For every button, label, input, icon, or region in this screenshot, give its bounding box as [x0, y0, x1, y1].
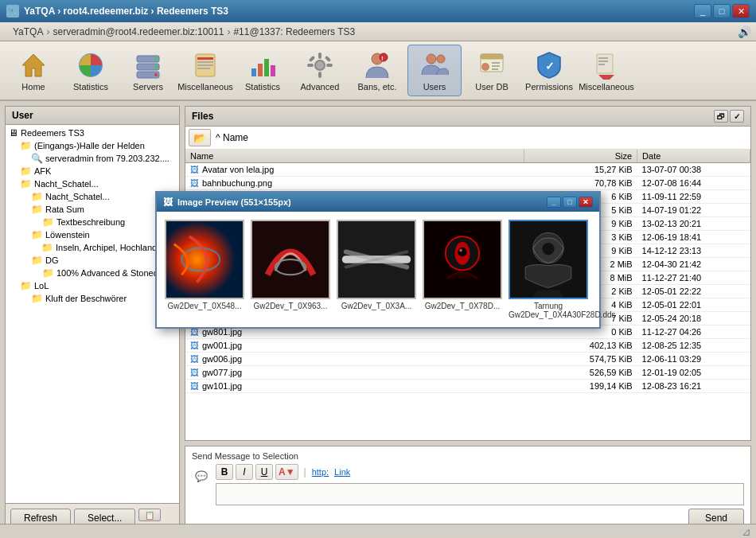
tree-item[interactable]: 🖥 Redeemers TS3	[7, 127, 177, 139]
modal-maximize-button[interactable]: □	[563, 197, 577, 208]
tree-item[interactable]: 📁 Rata Sum	[7, 203, 177, 216]
toolbar-bans[interactable]: ! Bans, etc.	[350, 45, 404, 96]
statistics1-icon	[76, 50, 106, 80]
svg-marker-40	[598, 75, 614, 80]
underline-button[interactable]: U	[255, 464, 273, 480]
color-button[interactable]: A▼	[275, 464, 298, 480]
file-row[interactable]: 🖼gw006.jpg 574,75 KiB 12-06-11 03:29	[185, 353, 750, 366]
minimize-button[interactable]: _	[694, 4, 711, 18]
files-toolbar: 📂 ^ Name	[185, 127, 750, 150]
preview-item-5[interactable]: TarnungGw2Dev_T_0X4A30F28D.dds	[509, 220, 588, 319]
svg-rect-9	[197, 57, 213, 60]
toolbar-advanced[interactable]: Advanced	[293, 45, 347, 96]
tree-item[interactable]: 📁 Nacht_Schatel...	[7, 190, 177, 203]
files-header: Files 🗗 ✓	[185, 107, 750, 127]
toolbar-servers[interactable]: Servers	[121, 45, 175, 96]
file-row[interactable]: 🖼gw101.jpg 199,14 KiB 12-08-23 16:21	[185, 380, 750, 393]
image-preview-modal: 🖼 Image Preview (551×155px) _ □ ✕	[155, 191, 601, 329]
toolbar-misc1[interactable]: Miscellaneous	[178, 45, 232, 96]
modal-icon: 🖼	[163, 197, 173, 208]
toolbar-statistics2[interactable]: Statistics	[236, 45, 290, 96]
toolbar-userdb[interactable]: User DB	[465, 45, 519, 96]
http-link-button[interactable]: http:	[312, 467, 329, 477]
svg-rect-38	[598, 60, 608, 62]
tree-item[interactable]: 📁 (Eingangs-)Halle der Helden	[7, 139, 177, 152]
italic-button[interactable]: I	[236, 464, 253, 480]
toolbar-servers-label: Servers	[133, 82, 163, 92]
tree-item[interactable]: 📁 100% Advanced & Stoned	[7, 267, 177, 279]
tree-item[interactable]: 📁 DG	[7, 254, 177, 267]
file-row[interactable]: 🖼Avatar von lela.jpg 15,27 KiB 13-07-07 …	[185, 163, 750, 177]
preview-label-4: Gw2Dev_T_0X78D...	[425, 302, 501, 310]
bans-icon: !	[362, 50, 392, 80]
file-date: 14-07-19 01:22	[637, 204, 750, 217]
files-ok-button[interactable]: ✓	[730, 110, 744, 123]
modal-minimize-button[interactable]: _	[547, 197, 561, 208]
preview-item-1[interactable]: Gw2Dev_T_0X548...	[165, 220, 244, 319]
svg-rect-30	[481, 54, 503, 59]
copy-button[interactable]: 📋	[138, 509, 161, 521]
folder-up-button[interactable]: 📂	[189, 129, 211, 146]
svg-rect-19	[318, 72, 321, 78]
channel-icon: 📁	[20, 280, 32, 291]
toolbar-misc1-label: Miscellaneous	[177, 82, 233, 92]
tree-item[interactable]: 🔍 serveradmin from 79.203.232....	[7, 152, 177, 165]
svg-rect-12	[197, 68, 210, 69]
svg-rect-34	[492, 68, 498, 70]
toolbar-statistics1-label: Statistics	[73, 82, 108, 92]
files-restore-button[interactable]: 🗗	[714, 110, 728, 123]
svg-rect-23	[325, 55, 331, 61]
channel-icon: 📁	[31, 293, 43, 304]
status-bar: ⊿	[0, 524, 756, 538]
close-button[interactable]: ✕	[732, 4, 750, 18]
tree-item[interactable]: 📁 Löwenstein	[7, 228, 177, 241]
tree-item[interactable]: 📁 AFK	[7, 165, 177, 177]
resize-grip[interactable]: ⊿	[742, 525, 751, 538]
tree-item[interactable]: 📁 Nacht_Schatel...	[7, 177, 177, 190]
preview-item-2[interactable]: Gw2Dev_T_0X963...	[251, 220, 330, 319]
tree-area[interactable]: 🖥 Redeemers TS3 📁 (Eingangs-)Halle der H…	[6, 125, 179, 503]
file-date: 13-02-13 20:21	[637, 217, 750, 231]
svg-text:!: !	[381, 55, 384, 62]
channel-icon: 📁	[20, 166, 32, 177]
toolbar-statistics1[interactable]: Statistics	[64, 45, 118, 96]
col-name[interactable]: Name	[185, 150, 524, 163]
tree-item[interactable]: 📁 Kluft der Beschwörer	[7, 292, 177, 305]
preview-item-4[interactable]: Gw2Dev_T_0X78D...	[423, 220, 502, 319]
toolbar-users[interactable]: Users	[407, 45, 462, 96]
file-row[interactable]: 🖼gw001.jpg 402,13 KiB 12-08-25 12:35	[185, 339, 750, 353]
modal-title-bar: 🖼 Image Preview (551×155px) _ □ ✕	[157, 193, 599, 212]
toolbar-permissions[interactable]: ✓ Permissions	[522, 45, 576, 96]
svg-rect-18	[318, 53, 321, 59]
file-row[interactable]: 🖼bahnbuchung.png 70,78 KiB 12-07-08 16:4…	[185, 177, 750, 190]
files-header-label: Files	[192, 111, 213, 122]
left-panel-header: User	[6, 107, 179, 125]
svg-point-50	[459, 249, 462, 252]
maximize-button[interactable]: □	[713, 4, 731, 18]
file-size: 199,14 KiB	[524, 380, 637, 393]
breadcrumb-channel[interactable]: #11@1337: Redeemers TS3	[233, 26, 355, 37]
toolbar-misc2[interactable]: Miscellaneous	[579, 45, 633, 96]
link-button[interactable]: Link	[334, 467, 350, 477]
file-date: 11-09-11 22:59	[637, 190, 750, 204]
breadcrumb-server[interactable]: serveradmin@root4.redeemer.biz:10011	[53, 26, 224, 37]
col-date[interactable]: Date	[637, 150, 750, 163]
file-row[interactable]: 🖼gw077.jpg 526,59 KiB 12-01-19 02:05	[185, 366, 750, 380]
svg-point-27	[427, 54, 436, 64]
toolbar-bans-label: Bans, etc.	[358, 82, 397, 92]
home-icon	[18, 50, 49, 80]
bold-button[interactable]: B	[216, 464, 233, 480]
channel-icon: 📁	[31, 204, 43, 215]
tree-item[interactable]: 📁 Textbeschreibung	[7, 216, 177, 228]
tree-item[interactable]: 📁 LoL	[7, 279, 177, 292]
tree-item[interactable]: 📁 Inseln, Archipel, Hochland, Dur	[7, 241, 177, 254]
breadcrumb-app[interactable]: YaTQA	[13, 26, 43, 37]
toolbar-home[interactable]: Home	[6, 45, 60, 96]
message-input[interactable]	[216, 483, 744, 505]
col-size[interactable]: Size	[524, 150, 637, 163]
file-date: 12-05-01 22:01	[637, 298, 750, 312]
channel-icon: 📁	[20, 178, 32, 189]
preview-thumb-4	[423, 220, 502, 299]
preview-item-3[interactable]: Gw2Dev_T_0X3A...	[337, 220, 416, 319]
modal-close-button[interactable]: ✕	[579, 197, 593, 208]
